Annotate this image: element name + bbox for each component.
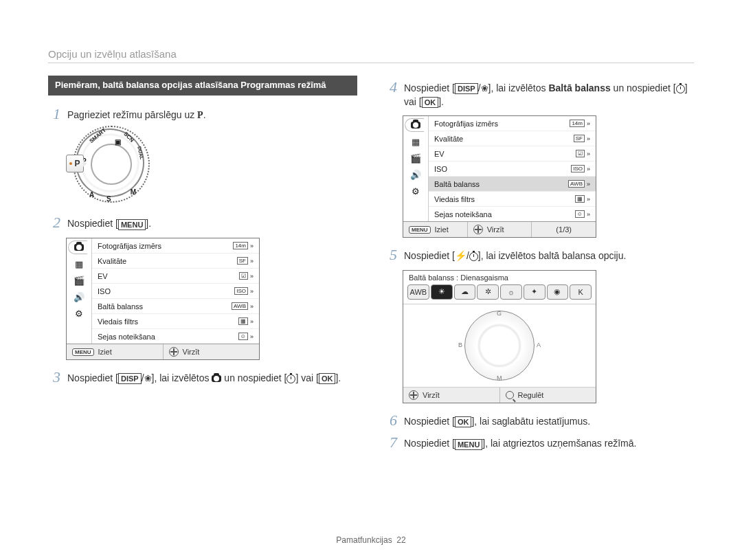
self-timer-icon <box>286 374 295 383</box>
axis-g: G <box>497 310 502 317</box>
tab-sound-icon: 🔊 <box>409 168 423 181</box>
footer-move: Virzīt <box>183 348 200 356</box>
bold: Baltā balanss <box>548 82 610 93</box>
dial-pointer-label: P <box>74 159 80 168</box>
menu-row-value: SF» <box>237 257 254 265</box>
menu-row-value: ▦» <box>238 317 254 325</box>
footer-exit: Iziet <box>435 225 449 234</box>
t: ], lai izvēlētos <box>152 372 212 383</box>
wb-footer-adjust: Regulēt <box>518 391 544 399</box>
menu-row: Fotogrāfijas izmērs14m» <box>429 116 596 131</box>
camera-icon <box>212 375 221 382</box>
record-dot-icon <box>69 162 72 165</box>
chevron-right-icon: » <box>587 196 590 203</box>
tab-photo-icon <box>72 241 86 254</box>
step-4: 4 Nospiediet [DISP/❀], lai izvēlētos Bal… <box>385 80 694 109</box>
menu-row: Sejas noteikšana☺» <box>92 329 259 344</box>
menu-row: KvalitāteSF» <box>429 131 596 146</box>
t: Nospiediet [ <box>404 416 455 427</box>
axis-a: A <box>537 341 541 348</box>
menu-row-label: Sejas noteikšana <box>434 210 492 219</box>
menu-row: KvalitāteSF» <box>92 254 259 269</box>
step-number: 2 <box>48 215 60 230</box>
menu-side-tabs: ▦ 🎬 🔊 ⚙ <box>403 116 429 221</box>
disp-button-icon: DISP <box>455 83 478 94</box>
menu-row: Viedais filtrs▦» <box>92 314 259 329</box>
menu-row-value: ☑» <box>576 150 590 157</box>
step-text: Nospiediet [OK], lai saglabātu iestatīju… <box>404 413 694 429</box>
wb-adjust-circle: G M B A <box>464 311 535 381</box>
step-number: 1 <box>48 107 60 122</box>
menu-row-value: 14m» <box>233 242 254 249</box>
wb-title: Baltā balanss : Dienasgaisma <box>403 271 596 283</box>
menu-row-label: Kvalitāte <box>98 257 126 265</box>
t: ], lai saglabātu iestatījumus. <box>471 416 590 427</box>
dial-label-video-icon: ▣ <box>115 138 121 146</box>
dpad-icon <box>169 347 179 357</box>
t: ]. <box>146 218 151 229</box>
chevron-right-icon: » <box>587 135 590 142</box>
tab-video-icon: 🎬 <box>72 274 86 287</box>
flash-icon: ⚡ <box>455 250 466 261</box>
chevron-right-icon: » <box>250 318 254 325</box>
step-text: Nospiediet [MENU], lai atgrieztos uzņemš… <box>404 435 694 451</box>
t: un nospiediet [ <box>611 82 676 93</box>
dpad-icon <box>473 225 483 234</box>
menu-list: Fotogrāfijas izmērs14m»KvalitāteSF»EV☑»I… <box>429 116 596 221</box>
chevron-right-icon: » <box>250 243 254 249</box>
step-number: 4 <box>385 80 397 95</box>
menu-row-value: ISO» <box>234 287 254 295</box>
step-7: 7 Nospiediet [MENU], lai atgrieztos uzņe… <box>385 435 694 451</box>
footer-page: (1/3) <box>531 222 596 237</box>
axis-b: B <box>458 341 462 348</box>
t: Pagrieziet režīmu pārslēgu uz <box>67 109 197 120</box>
wb-footer: Virzīt Regulēt <box>403 388 596 403</box>
dial-label-a: A <box>89 191 94 199</box>
step-text: Nospiediet [⚡/], lai izvēlētos baltā bal… <box>404 247 694 263</box>
mode-dial: P A S M SMART SCN DUAL ▣ P <box>69 128 151 204</box>
camera-icon <box>411 122 420 128</box>
wb-chip: ☀ <box>431 284 453 300</box>
white-balance-screenshot: Baltā balanss : Dienasgaisma AWB☀☁✲☼✦◉K … <box>403 270 596 403</box>
tab-sound-icon: 🔊 <box>72 291 86 303</box>
chevron-right-icon: » <box>587 150 590 157</box>
page-footer: Pamatfunkcijas 22 <box>0 535 742 545</box>
tab-settings-icon: ⚙ <box>72 307 86 320</box>
wb-chip: AWB <box>407 284 429 300</box>
chevron-right-icon: » <box>587 166 590 172</box>
menu-row-label: Viedais filtrs <box>434 195 475 203</box>
menu-row-label: Fotogrāfijas izmērs <box>98 242 161 250</box>
t: ]. <box>438 96 444 107</box>
zoom-lever-icon <box>506 391 514 399</box>
column-left: Piemēram, baltā balansa opcijas atlasīša… <box>48 76 357 458</box>
self-timer-icon <box>676 85 685 93</box>
menu-row-value: SF» <box>574 135 590 142</box>
disp-button-icon: DISP <box>118 373 142 384</box>
menu-row-value: ☺» <box>575 210 590 218</box>
t: Nospiediet [ <box>404 250 455 261</box>
step-2: 2 Nospiediet [MENU]. <box>48 215 357 231</box>
menu-row-label: Baltā balanss <box>98 302 143 311</box>
menu-row-label: Baltā balanss <box>434 180 480 188</box>
wb-chip: ✲ <box>477 284 499 300</box>
wb-chip: ☁ <box>454 284 476 300</box>
menu-badge-icon: MENU <box>72 348 94 356</box>
menu-row: EV☑» <box>92 269 259 284</box>
menu-footer: MENUIziet Virzīt <box>67 344 259 359</box>
wb-chip: ☼ <box>500 284 522 300</box>
tab-burst-icon: ▦ <box>409 135 423 148</box>
menu-row: Baltā balanssAWB» <box>92 299 259 314</box>
menu-row-label: Kvalitāte <box>434 135 463 143</box>
chevron-right-icon: » <box>250 288 254 295</box>
dpad-icon <box>409 390 418 400</box>
dial-label-m: M <box>131 188 136 196</box>
menu-row-label: ISO <box>434 165 447 173</box>
t: Nospiediet [ <box>67 372 118 383</box>
menu-list: Fotogrāfijas izmērs14m»KvalitāteSF»EV☑»I… <box>92 238 259 344</box>
wb-chip: K <box>570 284 592 300</box>
chevron-right-icon: » <box>250 258 254 265</box>
example-banner: Piemēram, baltā balansa opcijas atlasīša… <box>48 76 357 96</box>
macro-icon: ❀ <box>481 83 488 93</box>
menu-badge-icon: MENU <box>409 226 431 234</box>
tab-burst-icon: ▦ <box>72 258 86 270</box>
